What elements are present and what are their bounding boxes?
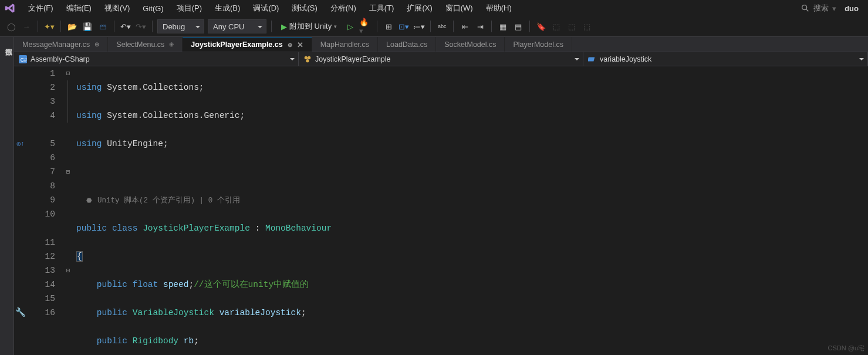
start-debug-button[interactable]: ▶ 附加到 Unity ▾ [276, 19, 342, 33]
tb-icon-8[interactable]: ⬚ [550, 20, 563, 33]
doc-tab[interactable]: PlayerModel.cs [505, 37, 572, 52]
svg-point-0 [802, 5, 807, 10]
nav-class[interactable]: JoystickPlayerExample [299, 52, 583, 66]
indent-button[interactable]: ⇥ [474, 20, 487, 33]
doc-tab[interactable]: LoadData.cs [378, 37, 436, 52]
unity-hint-icon: ⬣ [86, 197, 92, 204]
editor-area: MessageManager.cs⊕SelectMenu.cs⊕Joystick… [14, 37, 868, 355]
platform-combo[interactable]: Any CPU [208, 19, 266, 33]
menu-item[interactable]: 帮助(H) [480, 1, 518, 16]
nav-fwd-button: → [20, 20, 33, 33]
comment-button[interactable]: ▦ [497, 20, 509, 33]
tab-label: SocketModel.cs [444, 40, 496, 49]
menu-item[interactable]: 调试(D) [247, 1, 285, 16]
code-text[interactable]: using System.Collections; using System.C… [74, 66, 868, 355]
username-label[interactable]: duo [845, 4, 859, 13]
vs-logo-icon [5, 3, 15, 13]
line-number: 10 [27, 207, 55, 221]
doc-tab[interactable]: JoystickPlayerExample.cs⊕✕ [183, 37, 312, 52]
left-tool-tab[interactable]: 数据源 [0, 37, 14, 355]
attach-button: 🔥▾ [359, 20, 372, 33]
line-number: 2 [27, 80, 55, 94]
line-numbers: 12345678910111213141516 [27, 66, 62, 355]
tab-label: MapHandler.cs [320, 40, 369, 49]
code-editor[interactable]: ◎↑ 🔧 12345678910111213141516 ⊟ ⊟ ⊟ using… [14, 66, 868, 355]
bookmark-button[interactable]: 🔖 [535, 20, 548, 33]
nav-project[interactable]: C# Assembly-CSharp [14, 52, 299, 66]
csharp-project-icon: C# [19, 55, 27, 63]
tb-abc-icon[interactable]: abc [435, 20, 448, 33]
menu-item[interactable]: 工具(T) [363, 1, 400, 16]
watermark: CSDN @u宅 [828, 344, 864, 353]
svg-point-6 [306, 59, 309, 62]
search-box[interactable]: 搜索 ▾ [801, 3, 836, 13]
line-number: 16 [27, 306, 55, 320]
uncomment-button[interactable]: ▤ [512, 20, 525, 33]
tb-icon-2[interactable]: ⊡▾ [397, 20, 410, 33]
line-number: 9 [27, 193, 55, 207]
svg-point-5 [308, 56, 310, 59]
tab-label: LoadData.cs [386, 40, 427, 49]
close-icon[interactable]: ✕ [297, 40, 303, 49]
menu-item[interactable]: 编辑(E) [60, 1, 97, 16]
line-number [27, 221, 55, 235]
wrench-glyph-icon: 🔧 [14, 306, 27, 320]
line-number: 12 [27, 249, 55, 263]
fold-toggle[interactable]: ⊟ [62, 263, 74, 278]
tab-label: MessageManager.cs [22, 40, 90, 49]
menu-item[interactable]: Git(G) [137, 2, 169, 15]
nav-bar: C# Assembly-CSharp JoystickPlayerExample… [14, 52, 868, 66]
line-number: 1 [27, 66, 55, 80]
content-area: 数据源 MessageManager.cs⊕SelectMenu.cs⊕Joys… [0, 37, 868, 355]
menu-item[interactable]: 窗口(W) [440, 1, 479, 16]
tb-icon-10[interactable]: ⬚ [580, 20, 593, 33]
tb-icon-1[interactable]: ⊞ [382, 20, 395, 33]
open-file-button[interactable]: 📂 [66, 20, 79, 33]
codelens-hint[interactable]: Unity 脚本(2 个资产引用) | 0 个引用 [97, 197, 240, 205]
svg-rect-7 [588, 57, 595, 61]
line-number: 8 [27, 179, 55, 193]
interface-glyph-icon: ◎↑ [14, 137, 27, 151]
save-button[interactable]: 💾 [81, 20, 94, 33]
undo-button[interactable]: ↶▾ [119, 20, 132, 33]
tab-label: PlayerModel.cs [513, 40, 563, 49]
menu-item[interactable]: 文件(F) [22, 1, 59, 16]
save-all-button[interactable]: 🗃 [96, 20, 109, 33]
toolbar: ◯ → ✦▾ 📂 💾 🗃 ↶▾ ↷▾ Debug Any CPU ▶ 附加到 U… [0, 16, 868, 37]
pin-icon[interactable]: ⊕ [169, 41, 174, 48]
class-icon [303, 55, 312, 63]
line-number: 4 [27, 109, 55, 123]
pin-icon[interactable]: ⊕ [94, 41, 99, 48]
doc-tab[interactable]: SelectMenu.cs⊕ [108, 37, 183, 52]
line-number: 3 [27, 94, 55, 109]
tab-label: SelectMenu.cs [116, 40, 164, 49]
fold-margin: ⊟ ⊟ ⊟ [62, 66, 74, 355]
doc-tab[interactable]: MapHandler.cs [312, 37, 378, 52]
tb-icon-9[interactable]: ⬚ [565, 20, 578, 33]
doc-tab[interactable]: MessageManager.cs⊕ [14, 37, 108, 52]
outdent-button[interactable]: ⇤ [458, 20, 471, 33]
svg-text:C#: C# [21, 56, 27, 62]
line-number: 5 [27, 137, 55, 151]
fold-toggle[interactable]: ⊟ [62, 66, 74, 80]
redo-button: ↷▾ [134, 20, 147, 33]
svg-point-4 [305, 56, 308, 59]
start-without-debug-button[interactable]: ▷ [344, 20, 357, 33]
config-combo[interactable]: Debug [157, 19, 204, 33]
nav-member[interactable]: variableJoystick [583, 52, 868, 66]
menu-item[interactable]: 项目(P) [171, 1, 208, 16]
glyph-margin: ◎↑ 🔧 [14, 66, 27, 355]
menu-item[interactable]: 生成(B) [209, 1, 246, 16]
pin-icon[interactable]: ⊕ [288, 42, 292, 48]
menu-item[interactable]: 扩展(X) [401, 1, 438, 16]
tb-icon-3[interactable]: ≔▾ [413, 20, 425, 33]
line-number [27, 123, 55, 137]
line-number: 13 [27, 263, 55, 278]
menu-item[interactable]: 分析(N) [325, 1, 362, 16]
doc-tab[interactable]: SocketModel.cs [436, 37, 505, 52]
menu-item[interactable]: 视图(V) [99, 1, 136, 16]
new-item-button[interactable]: ✦▾ [43, 20, 56, 33]
fold-toggle[interactable]: ⊟ [62, 165, 74, 179]
menu-item[interactable]: 测试(S) [286, 1, 323, 16]
nav-back-button[interactable]: ◯ [5, 20, 18, 33]
